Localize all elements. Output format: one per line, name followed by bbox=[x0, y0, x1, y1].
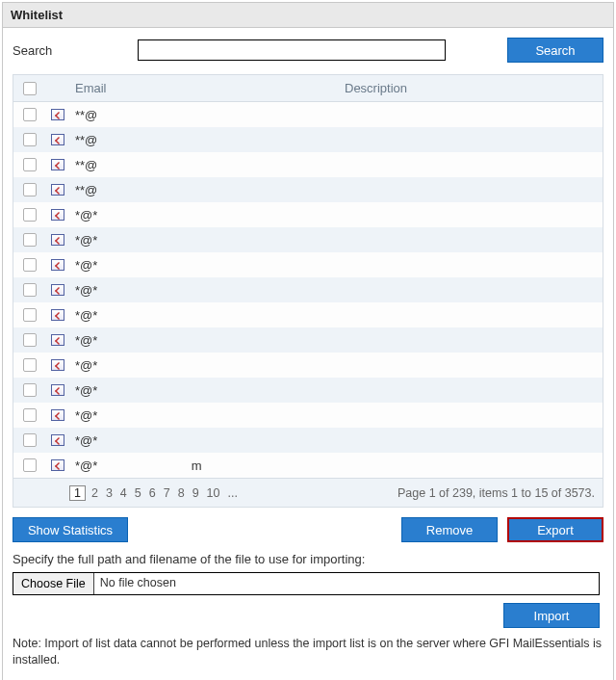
import-note: Note: Import of list data cannot be perf… bbox=[3, 636, 613, 680]
grid-body: **@**@**@**@*@**@**@**@**@**@**@**@**@**… bbox=[13, 102, 603, 478]
search-button[interactable]: Search bbox=[507, 38, 603, 63]
pager-info: Page 1 of 239, items 1 to 15 of 3573. bbox=[398, 486, 595, 500]
entry-icon bbox=[51, 359, 64, 371]
row-checkbox[interactable] bbox=[23, 458, 37, 472]
row-email: *@* bbox=[69, 433, 339, 448]
table-row[interactable]: **@ bbox=[13, 127, 603, 152]
pager-page[interactable]: 10 bbox=[207, 486, 220, 500]
row-email: *@* bbox=[69, 383, 339, 398]
whitelist-grid: Email Description **@**@**@**@*@**@**@**… bbox=[13, 74, 603, 508]
entry-icon bbox=[51, 334, 64, 346]
entry-icon bbox=[51, 259, 64, 271]
pager-page[interactable]: 8 bbox=[178, 486, 185, 500]
table-row[interactable]: *@* bbox=[13, 277, 603, 302]
search-input[interactable] bbox=[138, 39, 446, 61]
entry-icon bbox=[51, 409, 64, 421]
row-email: **@ bbox=[69, 108, 339, 122]
panel-content: Search Search Email Description **@**@**… bbox=[3, 28, 613, 628]
file-chooser: Choose File No file chosen bbox=[13, 572, 600, 595]
row-checkbox[interactable] bbox=[23, 358, 37, 372]
action-row: Show Statistics Remove Export bbox=[13, 517, 603, 542]
pager-page[interactable]: 2 bbox=[91, 486, 98, 500]
row-checkbox[interactable] bbox=[23, 183, 37, 196]
entry-icon bbox=[51, 134, 64, 145]
row-checkbox[interactable] bbox=[23, 383, 37, 397]
row-email: *@* bbox=[69, 283, 339, 298]
row-email: *@* bbox=[69, 208, 339, 222]
entry-icon bbox=[51, 159, 64, 170]
table-row[interactable]: *@* bbox=[13, 252, 603, 277]
row-email: *@* bbox=[69, 358, 339, 373]
row-checkbox[interactable] bbox=[23, 233, 37, 247]
entry-icon bbox=[51, 209, 64, 221]
table-row[interactable]: *@* bbox=[13, 227, 603, 252]
row-email: *@* m bbox=[69, 458, 339, 473]
pager-page[interactable]: 6 bbox=[149, 486, 156, 500]
table-row[interactable]: *@* m bbox=[13, 453, 603, 478]
row-email: *@* bbox=[69, 308, 339, 323]
choose-file-button[interactable]: Choose File bbox=[13, 573, 94, 594]
row-email: *@* bbox=[69, 333, 339, 348]
pager-page[interactable]: ... bbox=[227, 486, 237, 500]
file-status: No file chosen bbox=[94, 573, 599, 594]
pager-pages: 1 2345678910... bbox=[69, 485, 238, 501]
pager: 1 2345678910... Page 1 of 239, items 1 t… bbox=[13, 478, 603, 507]
header-description[interactable]: Description bbox=[339, 81, 603, 95]
entry-icon bbox=[51, 284, 64, 296]
table-row[interactable]: *@* bbox=[13, 378, 603, 403]
table-row[interactable]: *@* bbox=[13, 428, 603, 453]
import-button-row: Import bbox=[13, 603, 600, 628]
entry-icon bbox=[51, 109, 64, 120]
header-checkbox-cell bbox=[13, 82, 46, 95]
table-row[interactable]: **@ bbox=[13, 102, 603, 127]
entry-icon bbox=[51, 459, 64, 471]
pager-page[interactable]: 7 bbox=[164, 486, 170, 500]
show-statistics-button[interactable]: Show Statistics bbox=[13, 517, 128, 542]
entry-icon bbox=[51, 184, 64, 196]
header-email[interactable]: Email bbox=[69, 81, 339, 95]
table-row[interactable]: *@* bbox=[13, 302, 603, 327]
table-row[interactable]: *@* bbox=[13, 327, 603, 353]
export-button[interactable]: Export bbox=[507, 517, 603, 542]
table-row[interactable]: **@ bbox=[13, 152, 603, 177]
table-row[interactable]: *@* bbox=[13, 202, 603, 227]
whitelist-panel: Whitelist Search Search Email Descriptio… bbox=[2, 2, 614, 680]
row-checkbox[interactable] bbox=[23, 258, 37, 272]
pager-page[interactable]: 9 bbox=[192, 486, 199, 500]
pager-page[interactable]: 3 bbox=[106, 486, 113, 500]
row-email: *@* bbox=[69, 233, 339, 248]
import-button[interactable]: Import bbox=[503, 603, 600, 628]
remove-button[interactable]: Remove bbox=[401, 517, 498, 542]
search-row: Search Search bbox=[13, 38, 603, 63]
row-checkbox[interactable] bbox=[23, 208, 37, 222]
row-email: *@* bbox=[69, 408, 339, 423]
row-email: **@ bbox=[69, 158, 339, 172]
table-row[interactable]: **@ bbox=[13, 177, 603, 202]
row-checkbox[interactable] bbox=[23, 333, 37, 347]
entry-icon bbox=[51, 384, 64, 396]
pager-page[interactable]: 4 bbox=[120, 486, 127, 500]
entry-icon bbox=[51, 309, 64, 321]
row-checkbox[interactable] bbox=[23, 308, 37, 322]
select-all-checkbox[interactable] bbox=[23, 82, 37, 95]
row-checkbox[interactable] bbox=[23, 133, 37, 146]
row-email: *@* bbox=[69, 258, 339, 273]
pager-current[interactable]: 1 bbox=[69, 485, 86, 501]
table-row[interactable]: *@* bbox=[13, 403, 603, 428]
row-checkbox[interactable] bbox=[23, 108, 37, 121]
row-checkbox[interactable] bbox=[23, 408, 37, 422]
import-label: Specify the full path and filename of th… bbox=[13, 552, 603, 566]
row-checkbox[interactable] bbox=[23, 433, 37, 447]
row-checkbox[interactable] bbox=[23, 158, 37, 171]
row-checkbox[interactable] bbox=[23, 283, 37, 297]
search-label: Search bbox=[13, 43, 128, 58]
table-row[interactable]: *@* bbox=[13, 353, 603, 378]
row-email: **@ bbox=[69, 183, 339, 197]
row-email: **@ bbox=[69, 133, 339, 147]
pager-page[interactable]: 5 bbox=[135, 486, 141, 500]
entry-icon bbox=[51, 434, 64, 446]
entry-icon bbox=[51, 234, 64, 246]
grid-header: Email Description bbox=[13, 75, 603, 102]
panel-title: Whitelist bbox=[3, 3, 613, 28]
